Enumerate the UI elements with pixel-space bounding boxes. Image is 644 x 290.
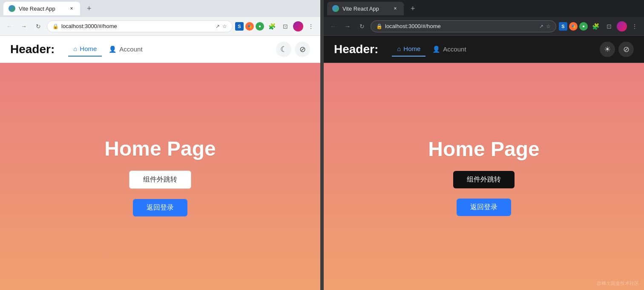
address-bar-right: ← → ↻ 🔒 localhost:3000/#/home ↗ ☆ S 🎭 ● …: [324, 17, 644, 36]
panel-divider: [320, 0, 324, 290]
ext-puzzle-right[interactable]: 🧩: [589, 20, 601, 32]
new-tab-button-left[interactable]: +: [83, 3, 95, 15]
main-content-left: Home Page 组件外跳转 返回登录: [0, 63, 320, 290]
profile-avatar-right[interactable]: [617, 21, 627, 31]
app-content-right: Header: ⌂ Home 👤 Account ☀ ⊘: [324, 36, 644, 290]
url-text-left: localhost:3000/#/home: [61, 23, 213, 29]
toolbar-icons-left: S 🎭 ● 🧩 ⊡ ⋮: [235, 20, 317, 32]
paint-toggle-left[interactable]: ⊘: [295, 42, 310, 57]
nav-home-left[interactable]: ⌂ Home: [68, 42, 102, 57]
menu-button-right[interactable]: ⋮: [629, 20, 641, 32]
ext-sm-right[interactable]: 🎭: [569, 22, 578, 31]
nav-links-left: ⌂ Home 👤 Account: [68, 42, 147, 57]
account-icon-right: 👤: [432, 45, 440, 53]
lock-icon-right: 🔒: [376, 23, 382, 29]
tab-left[interactable]: Vite React App ×: [3, 2, 80, 15]
nav-home-right[interactable]: ⌂ Home: [392, 42, 426, 57]
navigate-button-left[interactable]: 组件外跳转: [129, 171, 191, 189]
url-star-icon-left: ☆: [222, 23, 227, 29]
menu-button-left[interactable]: ⋮: [305, 20, 317, 32]
back-button-right[interactable]: ←: [327, 20, 339, 32]
page-title-left: Home Page: [104, 137, 216, 160]
app-content-left: Header: ⌂ Home 👤 Account ☾ ⊘: [0, 36, 320, 290]
nav-account-right[interactable]: 👤 Account: [427, 42, 471, 57]
home-icon-left: ⌂: [73, 45, 77, 52]
title-bar-right: Vite React App × +: [324, 0, 644, 17]
tab-right[interactable]: Vite React App ×: [327, 2, 404, 15]
back-button-left[interactable]: ←: [3, 20, 15, 32]
ext-puzzle-left[interactable]: 🧩: [266, 20, 278, 32]
watermark: @稀土掘金技术社区: [597, 280, 639, 287]
header-actions-right: ☀ ⊘: [600, 42, 634, 57]
home-label-left: Home: [80, 45, 97, 52]
forward-button-left[interactable]: →: [18, 20, 30, 32]
url-bar-left[interactable]: 🔒 localhost:3000/#/home ↗ ☆: [47, 20, 233, 32]
main-content-right: Home Page 组件外跳转 返回登录: [324, 63, 644, 290]
address-bar-left: ← → ↻ 🔒 localhost:3000/#/home ↗ ☆ S 🎭 ● …: [0, 17, 320, 36]
header-title-right: Header:: [334, 43, 378, 56]
theme-toggle-right[interactable]: ☀: [600, 42, 615, 57]
toolbar-icons-right: S 🎭 ● 🧩 ⊡ ⋮: [559, 20, 641, 32]
account-label-left: Account: [119, 45, 142, 53]
home-label-right: Home: [403, 45, 420, 52]
theme-toggle-left[interactable]: ☾: [276, 42, 291, 57]
account-icon-left: 👤: [109, 45, 117, 53]
new-tab-button-right[interactable]: +: [407, 3, 419, 15]
ext-apps-right[interactable]: ⊡: [603, 20, 615, 32]
tab-favicon-right: [332, 5, 339, 12]
title-bar-left: Vite React App × +: [0, 0, 320, 17]
app-header-left: Header: ⌂ Home 👤 Account ☾ ⊘: [0, 36, 320, 63]
url-star-icon-right: ☆: [546, 23, 551, 29]
back-login-button-right[interactable]: 返回登录: [457, 199, 511, 216]
tab-label-left: Vite React App: [19, 6, 65, 12]
ext-g-left[interactable]: ●: [256, 22, 264, 31]
page-title-right: Home Page: [428, 137, 539, 161]
refresh-button-left[interactable]: ↻: [32, 20, 44, 32]
header-title-left: Header:: [10, 43, 55, 56]
lock-icon-left: 🔒: [52, 23, 59, 29]
header-actions-left: ☾ ⊘: [276, 42, 310, 57]
tab-label-right: Vite React App: [342, 6, 388, 12]
tab-favicon-left: [9, 5, 15, 12]
url-share-icon-right: ↗: [539, 23, 543, 29]
ext-g-right[interactable]: ●: [579, 22, 588, 31]
tab-close-left[interactable]: ×: [68, 5, 75, 12]
app-header-right: Header: ⌂ Home 👤 Account ☀ ⊘: [324, 36, 644, 63]
url-text-right: localhost:3000/#/home: [385, 23, 537, 29]
nav-links-right: ⌂ Home 👤 Account: [392, 42, 471, 57]
ext-s-left[interactable]: S: [235, 22, 244, 31]
account-label-right: Account: [443, 45, 466, 53]
profile-avatar-left[interactable]: [293, 21, 303, 31]
ext-s-right[interactable]: S: [559, 22, 567, 31]
paint-toggle-right[interactable]: ⊘: [618, 42, 634, 57]
refresh-button-right[interactable]: ↻: [356, 20, 368, 32]
back-login-button-left[interactable]: 返回登录: [133, 199, 187, 216]
forward-button-right[interactable]: →: [342, 20, 354, 32]
right-browser-panel: Vite React App × + ← → ↻ 🔒 localhost:300…: [324, 0, 644, 290]
url-share-icon-left: ↗: [216, 23, 220, 29]
ext-sm-left[interactable]: 🎭: [245, 22, 254, 31]
left-browser-panel: Vite React App × + ← → ↻ 🔒 localhost:300…: [0, 0, 320, 290]
ext-apps-left[interactable]: ⊡: [279, 20, 291, 32]
nav-account-left[interactable]: 👤 Account: [104, 42, 147, 57]
tab-close-right[interactable]: ×: [392, 5, 399, 12]
url-bar-right[interactable]: 🔒 localhost:3000/#/home ↗ ☆: [371, 20, 556, 32]
home-icon-right: ⌂: [397, 45, 401, 52]
navigate-button-right[interactable]: 组件外跳转: [453, 171, 515, 188]
